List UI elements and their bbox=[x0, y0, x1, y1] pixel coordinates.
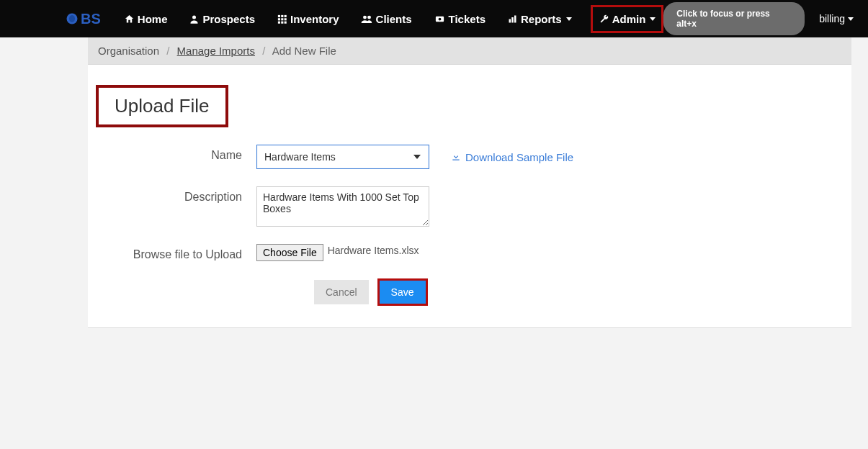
svg-rect-15 bbox=[509, 19, 511, 22]
download-sample-link[interactable]: Download Sample File bbox=[451, 151, 573, 163]
app-logo[interactable]: BS bbox=[65, 11, 101, 27]
svg-rect-5 bbox=[278, 18, 280, 20]
nav-prospects[interactable]: Prospects bbox=[186, 9, 258, 30]
top-navbar: BS Home Prospects Inventory Clients bbox=[0, 0, 868, 37]
label-description: Description bbox=[98, 186, 256, 204]
user-menu-label: billing bbox=[819, 13, 845, 24]
download-icon bbox=[451, 152, 461, 162]
breadcrumb-manage-imports[interactable]: Manage Imports bbox=[177, 45, 255, 57]
chosen-file-name: Hardware Items.xlsx bbox=[328, 245, 419, 256]
svg-point-14 bbox=[438, 17, 441, 20]
svg-rect-3 bbox=[281, 14, 283, 17]
svg-rect-8 bbox=[278, 21, 280, 23]
breadcrumb-sep: / bbox=[262, 45, 265, 57]
user-icon bbox=[189, 14, 200, 24]
nav-reports[interactable]: Reports bbox=[504, 9, 575, 30]
home-icon bbox=[124, 14, 135, 24]
nav-home[interactable]: Home bbox=[121, 9, 171, 30]
search-focus-pill[interactable]: Click to focus or press alt+x bbox=[663, 2, 805, 35]
svg-rect-16 bbox=[511, 17, 514, 23]
chart-icon bbox=[507, 14, 518, 24]
nav-admin[interactable]: Admin bbox=[591, 5, 664, 33]
breadcrumb: Organisation / Manage Imports / Add New … bbox=[88, 37, 851, 65]
svg-rect-2 bbox=[278, 14, 280, 17]
caret-down-icon bbox=[848, 17, 854, 21]
svg-rect-9 bbox=[281, 21, 283, 23]
nav-prospects-label: Prospects bbox=[202, 13, 255, 25]
nav-inventory[interactable]: Inventory bbox=[274, 9, 342, 30]
nav-clients[interactable]: Clients bbox=[358, 9, 415, 30]
grid-icon bbox=[277, 14, 287, 24]
user-menu[interactable]: billing bbox=[819, 13, 854, 24]
svg-rect-7 bbox=[285, 18, 287, 20]
main-nav: Home Prospects Inventory Clients Tickets bbox=[121, 5, 664, 33]
cancel-button[interactable]: Cancel bbox=[314, 280, 369, 304]
nav-reports-label: Reports bbox=[521, 13, 562, 25]
caret-down-icon bbox=[566, 17, 572, 21]
page-title-highlight: Upload File bbox=[96, 85, 228, 127]
search-pill-label: Click to focus or press alt+x bbox=[676, 9, 769, 29]
save-button[interactable]: Save bbox=[380, 281, 426, 304]
choose-file-button[interactable]: Choose File bbox=[256, 244, 323, 261]
breadcrumb-org[interactable]: Organisation bbox=[98, 45, 159, 57]
nav-tickets[interactable]: Tickets bbox=[431, 9, 488, 30]
save-button-highlight: Save bbox=[377, 278, 428, 306]
breadcrumb-current: Add New File bbox=[272, 45, 336, 57]
svg-rect-17 bbox=[514, 15, 516, 22]
description-textarea[interactable] bbox=[256, 186, 429, 227]
ticket-icon bbox=[434, 14, 446, 24]
svg-point-11 bbox=[363, 15, 367, 19]
download-sample-label: Download Sample File bbox=[465, 151, 573, 163]
brain-icon bbox=[65, 12, 81, 26]
page-title: Upload File bbox=[115, 95, 210, 117]
breadcrumb-sep: / bbox=[166, 45, 169, 57]
svg-point-1 bbox=[192, 15, 196, 19]
logo-text: BS bbox=[81, 11, 101, 27]
caret-down-icon bbox=[650, 17, 656, 21]
nav-tickets-label: Tickets bbox=[449, 13, 486, 25]
name-select[interactable]: Hardware Items bbox=[256, 145, 429, 169]
svg-point-12 bbox=[367, 15, 371, 19]
nav-admin-label: Admin bbox=[612, 13, 646, 25]
svg-rect-10 bbox=[285, 21, 287, 23]
svg-rect-6 bbox=[281, 18, 283, 20]
users-icon bbox=[361, 14, 373, 24]
wrench-icon bbox=[599, 14, 609, 24]
nav-home-label: Home bbox=[138, 13, 168, 25]
label-name: Name bbox=[98, 145, 256, 162]
svg-rect-4 bbox=[285, 14, 287, 17]
label-browse: Browse file to Upload bbox=[98, 244, 256, 261]
nav-clients-label: Clients bbox=[376, 13, 412, 25]
content-panel: Upload File Name Hardware Items Download… bbox=[88, 65, 851, 328]
nav-inventory-label: Inventory bbox=[290, 13, 339, 25]
